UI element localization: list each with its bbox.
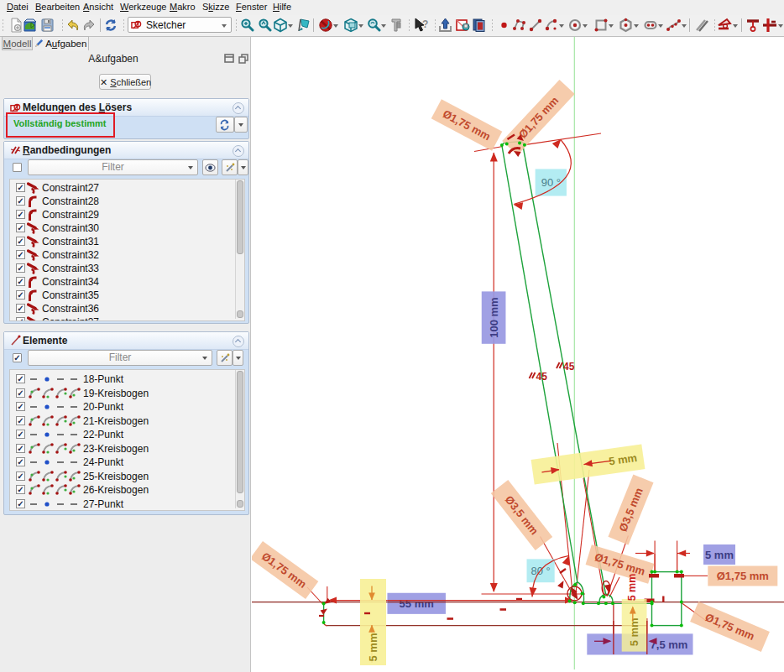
svg-text:100 mm: 100 mm <box>488 297 500 337</box>
svg-text:5 mm: 5 mm <box>367 633 379 662</box>
svg-text:55 mm: 55 mm <box>400 597 434 610</box>
svg-text:Ø1,75 mm: Ø1,75 mm <box>717 570 769 582</box>
svg-text:45: 45 <box>536 371 548 383</box>
svg-text:Ø1,75 mm: Ø1,75 mm <box>516 94 561 141</box>
svg-text:5 mm: 5 mm <box>705 549 734 561</box>
svg-text:5 mm: 5 mm <box>628 617 640 646</box>
svg-text:?: ? <box>422 18 428 30</box>
svg-text:45: 45 <box>563 361 575 372</box>
svg-text:90 °: 90 ° <box>541 176 561 189</box>
svg-text:5 mm: 5 mm <box>626 574 638 602</box>
